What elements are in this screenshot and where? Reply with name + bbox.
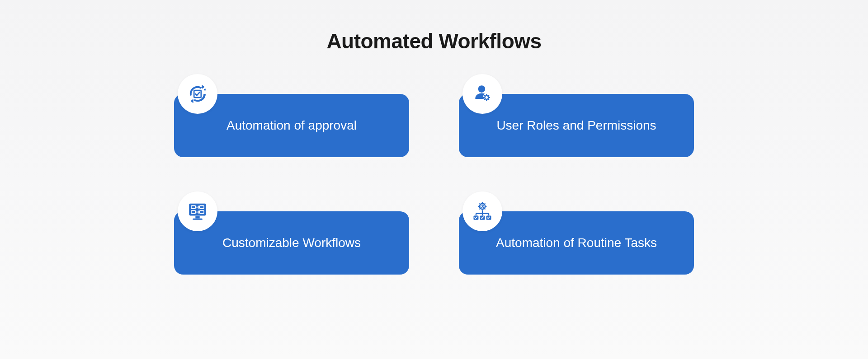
section-title: Automated Workflows xyxy=(326,29,541,53)
svg-line-27 xyxy=(479,209,480,210)
monitor-flow-icon xyxy=(178,191,217,231)
svg-point-2 xyxy=(485,96,488,99)
cycle-check-icon xyxy=(178,74,217,114)
user-gear-icon xyxy=(462,74,502,114)
svg-line-8 xyxy=(488,99,489,100)
svg-line-26 xyxy=(485,209,486,210)
svg-line-28 xyxy=(485,204,486,205)
feature-card-label: Customizable Workflows xyxy=(222,235,361,251)
feature-card-customizable: Customizable Workflows xyxy=(174,211,409,275)
feature-card-routine: Automation of Routine Tasks xyxy=(459,211,694,275)
svg-line-7 xyxy=(484,95,485,96)
feature-grid: Automation of approval xyxy=(174,94,694,275)
svg-rect-12 xyxy=(195,216,199,219)
svg-line-31 xyxy=(482,206,483,207)
svg-line-25 xyxy=(479,204,480,205)
gear-tree-icon xyxy=(462,191,502,231)
feature-card-label: Automation of approval xyxy=(226,118,357,133)
feature-card-label: User Roles and Permissions xyxy=(496,118,656,133)
feature-card-label: Automation of Routine Tasks xyxy=(496,235,657,251)
feature-card-roles: User Roles and Permissions xyxy=(459,94,694,157)
feature-card-approval: Automation of approval xyxy=(174,94,409,157)
svg-point-1 xyxy=(478,85,486,93)
svg-line-9 xyxy=(484,99,485,100)
workflows-section: Automated Workflows Automation of approv… xyxy=(0,0,868,359)
svg-rect-13 xyxy=(193,219,203,220)
svg-line-10 xyxy=(488,95,489,96)
